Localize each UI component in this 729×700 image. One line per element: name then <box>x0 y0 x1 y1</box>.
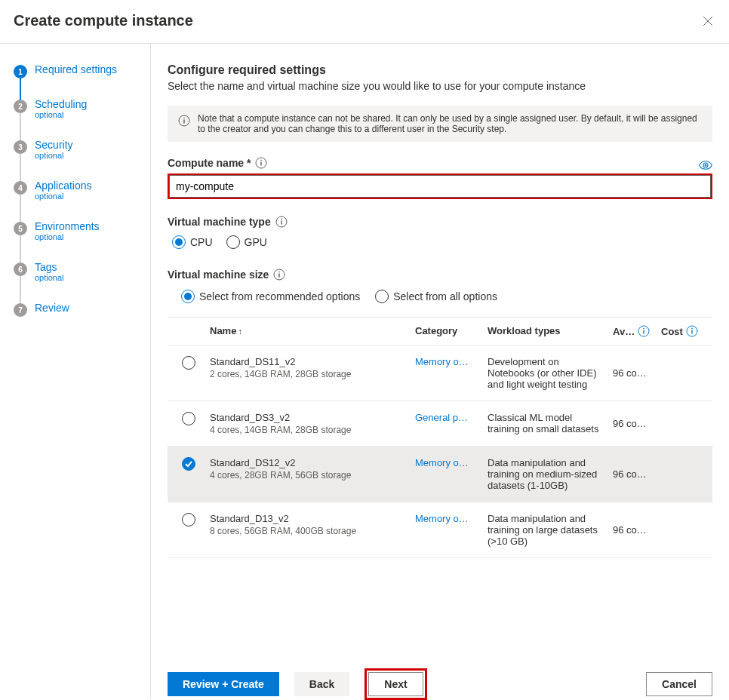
wizard-step-scheduling[interactable]: 2Schedulingoptional <box>14 100 150 140</box>
vm-workload: Data manipulation and training on medium… <box>488 457 613 491</box>
vm-category-link[interactable]: Memory o… <box>415 457 469 468</box>
info-note-text: Note that a compute instance can not be … <box>198 113 702 134</box>
vm-workload: Classical ML model training on small dat… <box>488 412 613 435</box>
vm-category-link[interactable]: General p… <box>415 412 468 423</box>
info-icon[interactable] <box>273 269 285 281</box>
col-header-category[interactable]: Category <box>415 325 488 337</box>
wizard-step-security[interactable]: 3Securityoptional <box>14 140 150 181</box>
svg-rect-9 <box>281 221 281 225</box>
vm-spec: 4 cores, 14GB RAM, 28GB storage <box>210 425 415 435</box>
svg-rect-18 <box>691 330 692 334</box>
wizard-step-tags[interactable]: 6Tagsoptional <box>14 262 150 303</box>
info-icon <box>178 115 190 127</box>
vm-spec: 8 cores, 56GB RAM, 400GB storage <box>210 526 415 536</box>
step-connector <box>20 78 21 101</box>
svg-point-6 <box>705 164 707 167</box>
wizard-step-review[interactable]: 7Review <box>14 303 150 338</box>
step-subtitle: optional <box>35 110 87 119</box>
svg-rect-15 <box>643 330 644 334</box>
info-icon <box>638 325 650 337</box>
cancel-button[interactable]: Cancel <box>646 672 712 696</box>
vm-workload: Data manipulation and training on large … <box>488 513 613 547</box>
wizard-footer: Review + Create Back Next Cancel <box>151 657 729 700</box>
step-connector <box>20 154 21 183</box>
vm-size-row[interactable]: Standard_D13_v28 cores, 56GB RAM, 400GB … <box>168 502 712 558</box>
dialog-header: Create compute instance <box>0 0 729 44</box>
vm-size-row[interactable]: Standard_DS3_v24 cores, 14GB RAM, 28GB s… <box>168 401 712 447</box>
step-title: Environments <box>35 220 100 232</box>
check-icon <box>182 457 195 471</box>
step-title: Review <box>35 302 69 314</box>
table-header-row: Name↑ Category Workload types Av… Cost <box>168 318 712 345</box>
col-header-workload[interactable]: Workload types <box>488 325 613 337</box>
vm-size-all-radio[interactable]: Select from all options <box>375 290 497 303</box>
svg-point-1 <box>183 118 185 119</box>
vm-type-gpu-radio[interactable]: GPU <box>226 235 267 249</box>
wizard-step-required-settings[interactable]: 1Required settings <box>14 65 150 100</box>
svg-point-17 <box>691 328 693 330</box>
svg-rect-5 <box>261 162 262 166</box>
step-number-badge: 4 <box>14 181 27 195</box>
vm-size-row[interactable]: Standard_DS11_v22 cores, 14GB RAM, 28GB … <box>168 345 712 401</box>
dialog-title: Create compute instance <box>14 12 193 29</box>
back-button[interactable]: Back <box>294 672 349 696</box>
col-header-cost[interactable]: Cost <box>661 325 709 337</box>
svg-point-11 <box>279 272 281 273</box>
vm-name: Standard_DS11_v2 <box>210 356 415 367</box>
close-button[interactable] <box>702 15 714 27</box>
col-header-avail[interactable]: Av… <box>613 325 661 337</box>
content-heading: Configure required settings <box>168 63 712 77</box>
vm-category-link[interactable]: Memory o… <box>415 356 469 367</box>
step-number-badge: 5 <box>14 222 27 235</box>
info-note: Note that a compute instance can not be … <box>168 106 712 142</box>
svg-point-4 <box>261 160 263 161</box>
vm-size-table: Name↑ Category Workload types Av… Cost S… <box>168 317 712 558</box>
vm-name: Standard_D13_v2 <box>210 513 415 524</box>
info-icon <box>686 325 698 337</box>
step-subtitle: optional <box>35 151 73 160</box>
close-icon <box>702 15 714 27</box>
compute-name-input[interactable] <box>169 175 711 198</box>
vm-type-cpu-radio[interactable]: CPU <box>172 235 213 249</box>
vm-size-label: Virtual machine size <box>168 269 712 281</box>
vm-spec: 4 cores, 28GB RAM, 56GB storage <box>210 470 415 480</box>
vm-size-recommended-radio[interactable]: Select from recommended options <box>181 290 360 303</box>
step-title: Scheduling <box>35 98 87 110</box>
step-subtitle: optional <box>35 192 92 201</box>
step-connector <box>20 113 21 142</box>
compute-name-label: Compute name * <box>168 157 267 169</box>
step-number-badge: 6 <box>14 262 27 276</box>
info-icon[interactable] <box>255 157 267 169</box>
step-connector <box>20 276 21 305</box>
wizard-sidebar: 1Required settings2Schedulingoptional3Se… <box>0 44 151 698</box>
vm-size-row[interactable]: Standard_DS12_v24 cores, 28GB RAM, 56GB … <box>168 447 712 502</box>
content-subtitle: Select the name and virtual machine size… <box>168 80 712 92</box>
step-number-badge: 3 <box>14 140 27 154</box>
wizard-step-applications[interactable]: 4Applicationsoptional <box>14 181 150 222</box>
step-subtitle: optional <box>35 273 64 282</box>
step-title: Applications <box>35 180 92 192</box>
svg-rect-12 <box>279 274 280 278</box>
vm-spec: 2 cores, 14GB RAM, 28GB storage <box>210 369 415 379</box>
wizard-content: Configure required settings Select the n… <box>151 44 729 698</box>
svg-point-14 <box>643 328 644 330</box>
vm-availability: 96 co… <box>613 356 661 390</box>
radio-icon <box>182 513 195 527</box>
step-title: Security <box>35 139 73 151</box>
col-header-name[interactable]: Name↑ <box>210 325 415 337</box>
step-connector <box>20 195 21 223</box>
vm-availability: 96 co… <box>613 412 661 435</box>
vm-type-label: Virtual machine type <box>168 216 712 228</box>
sort-ascending-icon: ↑ <box>238 327 242 336</box>
step-title: Tags <box>35 261 64 273</box>
vm-category-link[interactable]: Memory o… <box>415 513 469 524</box>
step-number-badge: 2 <box>14 100 27 113</box>
preview-icon[interactable] <box>699 158 712 172</box>
svg-point-8 <box>281 219 282 220</box>
info-icon[interactable] <box>275 216 288 228</box>
next-button[interactable]: Next <box>368 672 423 696</box>
review-create-button[interactable]: Review + Create <box>168 672 279 696</box>
vm-name: Standard_DS12_v2 <box>210 457 415 468</box>
radio-icon <box>226 235 240 249</box>
wizard-step-environments[interactable]: 5Environmentsoptional <box>14 222 150 262</box>
